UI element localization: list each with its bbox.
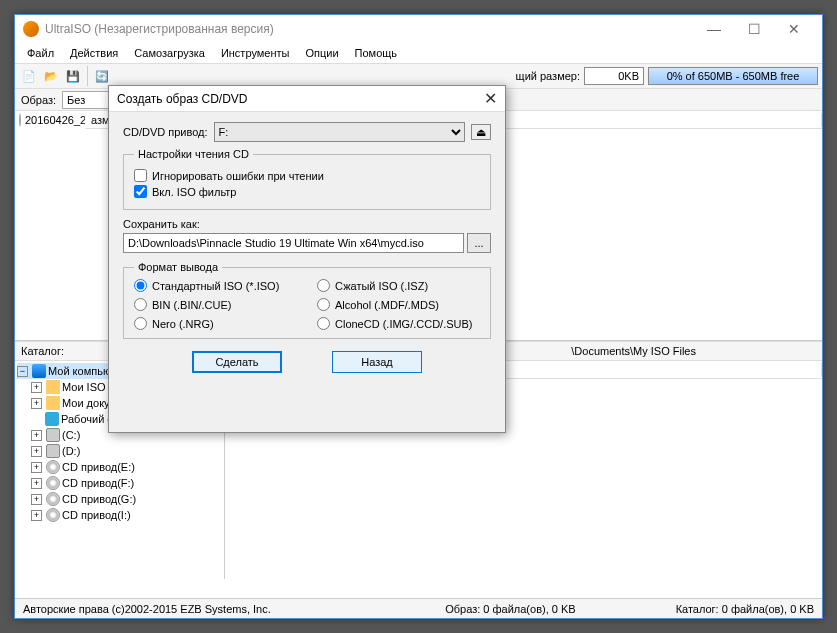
menu-actions[interactable]: Действия <box>62 45 126 61</box>
app-icon <box>23 21 39 37</box>
menubar: Файл Действия Самозагрузка Инструменты О… <box>15 43 822 63</box>
capacity-bar: 0% of 650MB - 650MB free <box>648 67 818 85</box>
total-size-value: 0KB <box>584 67 644 85</box>
minimize-button[interactable]: — <box>694 19 734 39</box>
new-icon[interactable]: 📄 <box>19 66 39 86</box>
disc-icon <box>19 113 21 127</box>
statusbar: Авторские права (c)2002-2015 EZB Systems… <box>15 598 822 618</box>
titlebar: UltraISO (Незарегистрированная версия) —… <box>15 15 822 43</box>
catalog-path: \Documents\My ISO Files <box>571 345 816 357</box>
make-image-dialog: Создать образ CD/DVD ✕ CD/DVD привод: F:… <box>108 85 506 433</box>
status-copyright: Авторские права (c)2002-2015 EZB Systems… <box>23 603 271 615</box>
refresh-icon[interactable]: 🔄 <box>92 66 112 86</box>
browse-button[interactable]: ... <box>467 233 491 253</box>
format-nrg-radio[interactable]: Nero (.NRG) <box>134 317 297 330</box>
tree-cd-i[interactable]: + CD привод(I:) <box>17 507 222 523</box>
save-path-input[interactable] <box>123 233 464 253</box>
format-mdf-radio[interactable]: Alcohol (.MDF/.MDS) <box>317 298 480 311</box>
main-window: UltraISO (Незарегистрированная версия) —… <box>14 14 823 619</box>
menu-file[interactable]: Файл <box>19 45 62 61</box>
dialog-title: Создать образ CD/DVD <box>117 92 484 106</box>
output-format-legend: Формат вывода <box>134 261 222 273</box>
make-button[interactable]: Сделать <box>192 351 282 373</box>
format-iso-radio[interactable]: Стандартный ISO (*.ISO) <box>134 279 297 292</box>
tree-cd-g[interactable]: + CD привод(G:) <box>17 491 222 507</box>
top-tree: 20160426_211 <box>15 111 85 340</box>
tree-cd-e[interactable]: + CD привод(E:) <box>17 459 222 475</box>
menu-bootable[interactable]: Самозагрузка <box>126 45 213 61</box>
dialog-titlebar: Создать образ CD/DVD ✕ <box>109 86 505 112</box>
menu-help[interactable]: Помощь <box>347 45 406 61</box>
read-settings-legend: Настройки чтения CD <box>134 148 253 160</box>
output-format-group: Формат вывода Стандартный ISO (*.ISO) Сж… <box>123 261 491 339</box>
save-icon[interactable]: 💾 <box>63 66 83 86</box>
ignore-errors-checkbox[interactable]: Игнорировать ошибки при чтении <box>134 169 480 182</box>
format-ccd-radio[interactable]: CloneCD (.IMG/.CCD/.SUB) <box>317 317 480 330</box>
drive-select[interactable]: F: <box>214 122 465 142</box>
window-title: UltraISO (Незарегистрированная версия) <box>45 22 694 36</box>
back-button[interactable]: Назад <box>332 351 422 373</box>
tree-drive-d[interactable]: + (D:) <box>17 443 222 459</box>
menu-tools[interactable]: Инструменты <box>213 45 298 61</box>
maximize-button[interactable]: ☐ <box>734 19 774 39</box>
tree-cd-f[interactable]: + CD привод(F:) <box>17 475 222 491</box>
open-icon[interactable]: 📂 <box>41 66 61 86</box>
status-image: Образ: 0 файла(ов), 0 KB <box>445 603 575 615</box>
image-root-item[interactable]: 20160426_211 <box>15 111 85 129</box>
read-settings-group: Настройки чтения CD Игнорировать ошибки … <box>123 148 491 210</box>
format-bin-radio[interactable]: BIN (.BIN/.CUE) <box>134 298 297 311</box>
catalog-label: Каталог: <box>21 345 64 357</box>
menu-options[interactable]: Опции <box>297 45 346 61</box>
dialog-close-icon[interactable]: ✕ <box>484 89 497 108</box>
eject-icon[interactable]: ⏏ <box>471 124 491 140</box>
image-label: Образ: <box>21 94 56 106</box>
status-catalog: Каталог: 0 файла(ов), 0 KB <box>676 603 814 615</box>
format-isz-radio[interactable]: Сжатый ISO (.ISZ) <box>317 279 480 292</box>
iso-filter-checkbox[interactable]: Вкл. ISO фильтр <box>134 185 480 198</box>
close-button[interactable]: ✕ <box>774 19 814 39</box>
total-size-label: щий размер: <box>516 70 580 82</box>
drive-label: CD/DVD привод: <box>123 126 208 138</box>
save-as-label: Сохранить как: <box>123 218 491 230</box>
